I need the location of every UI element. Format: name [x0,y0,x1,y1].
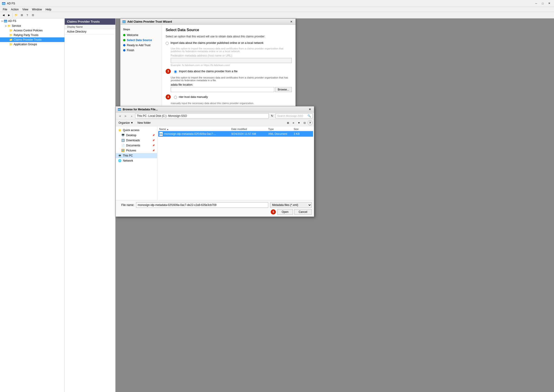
wizard-content: Select Data Source Select an option that… [162,25,296,109]
badge-3: 3 [166,69,171,74]
refresh-button[interactable]: ↻ [270,113,275,119]
tree-item-rpt[interactable]: 📁 Relying Party Trusts [0,33,64,37]
path-monosign: Monosign-SSO [168,114,187,118]
col-size[interactable]: Size [294,128,312,130]
step-welcome: Welcome [120,33,162,38]
pictures-icon: 🖼️ [121,149,125,152]
option3-desc: manually input the necessary data about … [171,102,292,105]
option1-label[interactable]: Import data about the claims provider pu… [170,41,263,45]
path-sep-1: › [147,115,148,117]
browse-toolbar: Organize ▼ New folder ⊞ ≡ ▼ ⊡ ? [116,119,314,126]
search-placeholder: Search Monosign-SSO [277,114,303,117]
option1-sub: Use this option to import the necessary … [171,47,292,66]
adfs-icon [4,19,7,23]
open-button[interactable]: Open [277,209,293,215]
sidebar-downloads[interactable]: ⬇️ Downloads 📌 [116,138,157,143]
up-button[interactable]: 📁 [14,13,19,18]
col-type[interactable]: Type [268,128,294,130]
table-row[interactable]: XML monosign-idp-metadata-02f1609a-0ac7-… [158,131,313,137]
list-col-display-name[interactable]: Display Name [65,25,115,29]
filetype-select[interactable]: Metadata files (*.xml) [270,202,312,208]
browse-title-text: Browse for Metadata File... [123,108,307,111]
dialog-cancel-button[interactable]: Cancel [294,209,312,215]
title-bar: AD FS ─ □ ✕ [0,0,554,7]
new-folder-button[interactable]: New folder [136,121,152,125]
menu-help[interactable]: Help [44,7,53,12]
minimize-button[interactable]: ─ [533,1,539,6]
up-nav-button[interactable]: ▲ [129,113,134,119]
file-size: 3 KB [294,132,312,135]
menu-window[interactable]: Window [30,7,44,12]
menu-action[interactable]: Action [9,7,20,12]
step-ready: Ready to Add Trust [120,43,162,48]
app-title: AD FS [7,2,533,5]
sidebar-documents[interactable]: 📄 Documents 📌 [116,143,157,148]
browse-button[interactable]: Browse... [275,87,292,92]
view-large-button[interactable]: ⊡ [302,120,307,125]
option2-radio[interactable] [174,70,177,73]
list-panel: Claims Provider Trusts Display Name Acti… [65,19,115,392]
federation-addr-input[interactable] [171,58,292,63]
col-date[interactable]: Date modified [231,128,268,130]
sidebar-quick-access[interactable]: ⭐ Quick access [116,128,157,133]
wizard-body: Steps Welcome Select Data Source Ready t… [120,25,296,109]
tree-item-service[interactable]: ▷ 📁 Service [0,24,64,28]
option3-radio[interactable] [174,96,177,99]
browse-action-buttons: 5 Open Cancel [118,209,312,215]
sidebar-pictures[interactable]: 🖼️ Pictures 📌 [116,148,157,153]
sidebar-desktop[interactable]: 🖥️ Desktop 📌 [116,133,157,138]
wizard-close-button[interactable]: ✕ [289,20,294,24]
menu-file[interactable]: File [1,7,9,12]
file-type: XML Document [268,132,294,135]
view-button[interactable]: ⊟ [19,13,24,18]
browse-close-button[interactable]: ✕ [307,107,312,112]
tree-item-ag[interactable]: 📁 Application Groups [0,42,64,47]
split-button[interactable]: ⊡ [30,13,35,18]
star-icon: ⭐ [118,129,121,132]
restore-button[interactable]: □ [540,1,546,6]
view-dropdown-button[interactable]: ▼ [296,120,301,125]
step-select-data: Select Data Source [120,38,162,43]
forward-nav-button[interactable]: ▶ [123,113,128,119]
sidebar-this-pc[interactable]: 💻 This PC [116,153,157,158]
view-details-button[interactable]: ≡ [291,120,296,125]
organize-button[interactable]: Organize ▼ [117,121,135,125]
sidebar-network[interactable]: 🌐 Network [116,158,157,163]
tree-item-cpt[interactable]: 📁 Claims Provider Trusts [0,37,64,42]
list-item-ad[interactable]: Active Directory [65,29,115,35]
option2-label[interactable]: Import data about the claims provider fr… [179,70,237,73]
col-name[interactable]: Name ▲ [159,128,231,130]
option1-radio[interactable] [166,42,169,45]
desktop-icon: 🖥️ [121,134,125,137]
xml-file-icon: XML [159,132,163,136]
tree-root[interactable]: ▷ AD FS [0,19,64,24]
option2-container: 3 Import data about the claims provider … [166,69,292,92]
close-button[interactable]: ✕ [546,1,552,6]
help-button[interactable]: ? [25,13,30,18]
expand-icon: ▷ [1,20,4,22]
tree-item-acp[interactable]: 📁 Access Control Policies [0,28,64,33]
view-list-button[interactable]: ⊞ [285,120,290,125]
network-label: Network [123,159,133,162]
service-expand: ▷ [5,25,7,27]
step-select-label: Select Data Source [127,39,152,42]
pin-icon-3: 📌 [152,144,155,147]
option3-label[interactable]: nter trust data manually [179,95,208,98]
downloads-icon: ⬇️ [121,139,125,142]
step-ready-dot [123,44,125,46]
federation-example: Example: fs.fabrikam.com or https://fs.f… [171,64,292,66]
main-container: ▷ AD FS ▷ 📁 Service 📁 Access Control Pol… [0,19,554,392]
path-sep-2: › [167,115,168,117]
back-nav-button[interactable]: ◀ [117,113,122,119]
file-name-cell: XML monosign-idp-metadata-02f1609a-0ac7-… [159,132,231,136]
filename-label: File name: [118,203,134,207]
wizard-title-text: Add Claims Provider Trust Wizard [127,20,289,23]
back-button[interactable]: ◀ [1,13,6,18]
help-btn[interactable]: ? [307,120,313,125]
menu-view[interactable]: View [21,7,30,12]
acp-label: Access Control Policies [14,29,43,32]
tree-panel: ▷ AD FS ▷ 📁 Service 📁 Access Control Pol… [0,19,65,392]
filename-input[interactable] [136,202,268,208]
file-loc-input[interactable] [171,87,274,92]
forward-button[interactable]: ▶ [7,13,12,18]
